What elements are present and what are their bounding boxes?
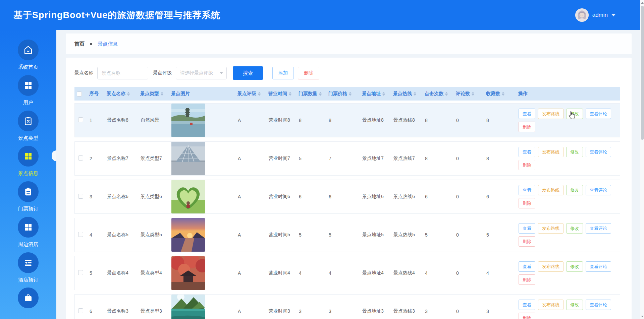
sort-carets-icon[interactable]	[161, 92, 163, 96]
edit-button[interactable]: 修改	[566, 185, 583, 195]
column-header-type[interactable]: 景点类型	[137, 91, 168, 97]
column-header-price[interactable]: 门票价格	[325, 91, 359, 97]
delete-button[interactable]: 删除	[298, 67, 319, 79]
search-button[interactable]: 搜索	[233, 66, 263, 80]
edit-button[interactable]: 修改	[566, 261, 583, 272]
cell-name: 景点名称7	[104, 155, 137, 162]
route-button[interactable]: 发布路线	[538, 261, 564, 272]
sidebar-item-label: 门票预订	[18, 206, 38, 212]
row-checkbox[interactable]	[78, 232, 83, 237]
row-checkbox[interactable]	[78, 194, 83, 199]
sort-carets-icon[interactable]	[289, 92, 291, 96]
comment-button[interactable]: 查看评论	[586, 261, 611, 272]
cell-rating: A	[234, 156, 265, 161]
route-button[interactable]: 发布路线	[538, 300, 564, 310]
cell-price: 3	[325, 309, 359, 314]
comment-button[interactable]: 查看评论	[586, 223, 611, 234]
sort-carets-icon[interactable]	[349, 92, 352, 96]
route-button[interactable]: 发布路线	[538, 223, 564, 234]
cell-tickets: 5	[296, 156, 325, 161]
row-checkbox[interactable]	[78, 270, 83, 275]
cell-clicks: 3	[422, 309, 453, 314]
delete-button[interactable]: 删除	[519, 198, 535, 208]
row-actions: 查看发布路线修改查看评论删除	[515, 185, 620, 208]
delete-button[interactable]: 删除	[519, 236, 535, 247]
sort-carets-icon[interactable]	[502, 92, 504, 96]
cell-no: 1	[86, 118, 104, 123]
view-button[interactable]: 查看	[519, 109, 535, 119]
scroll-down-icon[interactable]	[640, 314, 644, 319]
sidebar-item-用户[interactable]: 用户	[0, 71, 56, 107]
column-header-favorites[interactable]: 收藏数	[483, 91, 515, 97]
column-header-address[interactable]: 景点地址	[359, 91, 390, 97]
column-header-rating[interactable]: 景点评级	[234, 91, 265, 97]
sort-carets-icon[interactable]	[382, 92, 385, 96]
delete-button[interactable]: 删除	[519, 160, 535, 170]
sort-carets-icon[interactable]	[414, 92, 416, 96]
view-button[interactable]: 查看	[519, 147, 535, 157]
route-button[interactable]: 发布路线	[538, 109, 564, 119]
cell-price: 8	[325, 118, 359, 123]
window-scrollbar[interactable]	[640, 0, 644, 319]
column-header-hotline[interactable]: 景点热线	[390, 91, 421, 97]
edit-button[interactable]: 修改	[566, 223, 583, 234]
edit-button[interactable]: 修改	[566, 300, 583, 310]
table-row: 5景点名称4景点类型4A营业时间444景点地址4景点热线4404查看发布路线修改…	[74, 256, 620, 290]
breadcrumb-current[interactable]: 景点信息	[98, 41, 118, 47]
route-button[interactable]: 发布路线	[538, 185, 564, 195]
sidebar-item-酒店预订[interactable]: 酒店预订	[0, 248, 56, 284]
scenic-rating-select[interactable]: 请选择景点评级	[176, 67, 227, 79]
sidebar-item-周边酒店[interactable]: 周边酒店	[0, 213, 56, 248]
row-checkbox[interactable]	[78, 308, 83, 313]
comment-button[interactable]: 查看评论	[586, 109, 611, 119]
sort-carets-icon[interactable]	[258, 92, 261, 96]
sidebar-item-景点信息[interactable]: 景点信息	[0, 142, 56, 177]
sort-carets-icon[interactable]	[445, 92, 448, 96]
user-menu[interactable]: admin	[575, 8, 615, 22]
cell-no: 6	[86, 309, 104, 314]
view-button[interactable]: 查看	[519, 185, 535, 195]
delete-button[interactable]: 删除	[519, 313, 535, 319]
avatar[interactable]	[575, 8, 589, 22]
sidebar-item-more[interactable]	[0, 283, 56, 319]
sidebar-item-label: 系统首页	[18, 64, 38, 70]
sort-carets-icon[interactable]	[319, 92, 322, 96]
select-all-checkbox[interactable]	[77, 91, 82, 97]
sidebar-item-系统首页[interactable]: 系统首页	[0, 36, 56, 71]
sort-carets-icon[interactable]	[472, 92, 474, 96]
delete-button[interactable]: 删除	[519, 122, 535, 132]
column-header-name[interactable]: 景点名称	[103, 91, 137, 97]
comment-button[interactable]: 查看评论	[586, 185, 611, 195]
cell-address: 景点地址6	[359, 194, 390, 200]
cell-favorites: 5	[483, 232, 515, 238]
scrollbar-thumb[interactable]	[641, 6, 644, 140]
delete-button[interactable]: 删除	[519, 274, 535, 285]
username: admin	[592, 12, 608, 18]
row-checkbox[interactable]	[78, 117, 83, 122]
row-checkbox[interactable]	[78, 155, 83, 161]
sort-carets-icon[interactable]	[127, 92, 130, 96]
list-arrow-icon	[18, 252, 39, 273]
column-header-clicks[interactable]: 点击次数	[421, 91, 452, 97]
scroll-up-icon[interactable]	[640, 0, 644, 5]
sidebar-item-门票预订[interactable]: 门票预订	[0, 177, 56, 213]
table-row: 1景点名称8自然风景A营业时间888景点地址8景点热线8808查看发布路线修改查…	[74, 103, 620, 137]
cell-tickets: 3	[296, 309, 325, 314]
sidebar-item-景点类型[interactable]: 景点类型	[0, 107, 56, 142]
column-header-comments[interactable]: 评论数	[452, 91, 483, 97]
column-header-hours[interactable]: 营业时间	[265, 91, 295, 97]
breadcrumb: 首页 景点信息	[66, 34, 632, 54]
add-button[interactable]: 添加	[272, 67, 294, 79]
route-button[interactable]: 发布路线	[538, 147, 564, 157]
edit-button[interactable]: 修改	[566, 147, 583, 157]
view-button[interactable]: 查看	[519, 261, 535, 272]
view-button[interactable]: 查看	[519, 300, 535, 310]
scenic-name-input[interactable]	[97, 67, 148, 79]
column-header-tickets[interactable]: 门票数量	[295, 91, 325, 97]
table-header: 序号景点名称景点类型景点图片景点评级营业时间门票数量门票价格景点地址景点热线点击…	[74, 87, 620, 101]
breadcrumb-home[interactable]: 首页	[74, 41, 85, 47]
comment-button[interactable]: 查看评论	[586, 300, 611, 310]
view-button[interactable]: 查看	[519, 223, 535, 234]
comment-button[interactable]: 查看评论	[586, 147, 611, 157]
edit-button[interactable]: 修改	[566, 109, 583, 119]
